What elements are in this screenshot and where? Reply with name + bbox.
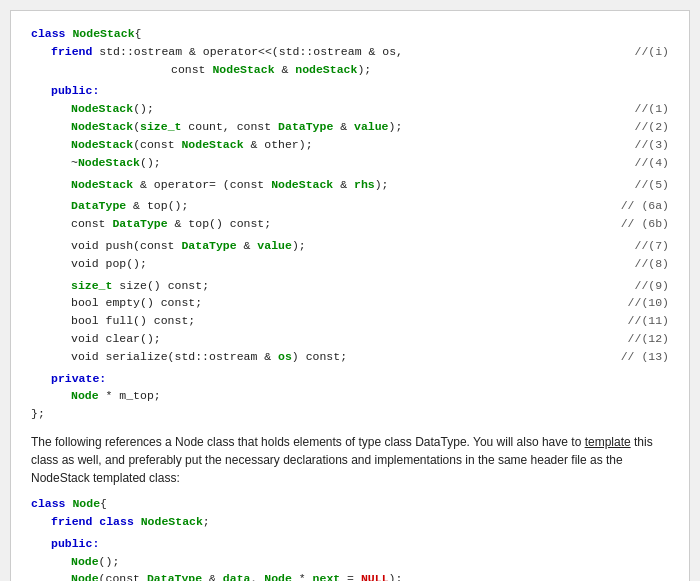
type-name: DataType bbox=[147, 572, 202, 581]
main-container: class NodeStack{ friend std::ostream & o… bbox=[10, 10, 690, 581]
code-line: ~NodeStack(); //(4) bbox=[31, 154, 669, 172]
keyword: friend bbox=[51, 45, 99, 58]
code-line: const NodeStack & nodeStack); bbox=[31, 61, 669, 79]
code-block-node: class Node{ friend class NodeStack; publ… bbox=[31, 495, 669, 581]
keyword: public: bbox=[51, 84, 99, 97]
code-line: Node(const DataType & data, Node * next … bbox=[31, 570, 669, 581]
prose-paragraph: The following references a Node class th… bbox=[31, 433, 669, 487]
type-name: NodeStack bbox=[71, 178, 133, 191]
code-line: friend std::ostream & operator<<(std::os… bbox=[31, 43, 669, 61]
underline-template: template bbox=[585, 435, 631, 449]
code-line: public: bbox=[31, 535, 669, 553]
code-line: size_t size() const; //(9) bbox=[31, 277, 669, 295]
type-name: Node bbox=[71, 555, 99, 568]
code-line: public: bbox=[31, 82, 669, 100]
type-name: NodeStack bbox=[271, 178, 333, 191]
code-line: bool full() const; //(11) bbox=[31, 312, 669, 330]
code-line: friend class NodeStack; bbox=[31, 513, 669, 531]
code-line: class NodeStack{ bbox=[31, 25, 669, 43]
type-name: DataType bbox=[112, 217, 167, 230]
code-line: NodeStack(const NodeStack & other); //(3… bbox=[31, 136, 669, 154]
type-name: NodeStack bbox=[181, 138, 243, 151]
type-name: NodeStack bbox=[212, 63, 274, 76]
code-line: void serialize(std::ostream & os) const;… bbox=[31, 348, 669, 366]
code-line: NodeStack(); //(1) bbox=[31, 100, 669, 118]
type-name: DataType bbox=[181, 239, 236, 252]
code-block-nodestack: class NodeStack{ friend std::ostream & o… bbox=[31, 25, 669, 423]
type-name: Node bbox=[264, 572, 292, 581]
type-name: NodeStack bbox=[71, 120, 133, 133]
type-name: DataType bbox=[278, 120, 333, 133]
keyword: private: bbox=[51, 372, 106, 385]
keyword: friend class bbox=[51, 515, 141, 528]
type-name: Node bbox=[71, 389, 99, 402]
code-line: class Node{ bbox=[31, 495, 669, 513]
type-name: NodeStack bbox=[78, 156, 140, 169]
code-line: void clear(); //(12) bbox=[31, 330, 669, 348]
code-line: void pop(); //(8) bbox=[31, 255, 669, 273]
keyword: class bbox=[31, 27, 72, 40]
keyword: public: bbox=[51, 537, 99, 550]
type-name: NodeStack bbox=[71, 138, 133, 151]
code-line: DataType & top(); // (6a) bbox=[31, 197, 669, 215]
code-line: Node * m_top; bbox=[31, 387, 669, 405]
keyword: class bbox=[31, 497, 72, 510]
code-line: NodeStack & operator= (const NodeStack &… bbox=[31, 176, 669, 194]
type-name: Node bbox=[71, 572, 99, 581]
code-line: Node(); bbox=[31, 553, 669, 571]
code-line: }; bbox=[31, 405, 669, 423]
type-name: NodeStack bbox=[72, 27, 134, 40]
type-name: DataType bbox=[71, 199, 126, 212]
code-line: const DataType & top() const; // (6b) bbox=[31, 215, 669, 233]
code-line: bool empty() const; //(10) bbox=[31, 294, 669, 312]
type-name: Node bbox=[72, 497, 100, 510]
type-name: NodeStack bbox=[71, 102, 133, 115]
type-name: NodeStack bbox=[141, 515, 203, 528]
code-line: void push(const DataType & value); //(7) bbox=[31, 237, 669, 255]
code-line: private: bbox=[31, 370, 669, 388]
code-line: NodeStack(size_t count, const DataType &… bbox=[31, 118, 669, 136]
